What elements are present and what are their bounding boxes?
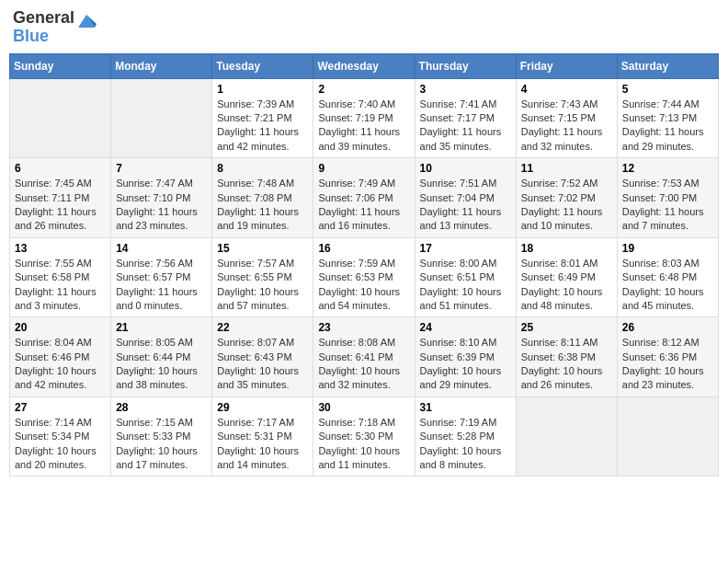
- logo-general: General: [13, 9, 74, 28]
- weekday-header-row: SundayMondayTuesdayWednesdayThursdayFrid…: [10, 53, 719, 78]
- cell-content: Sunrise: 7:40 AMSunset: 7:19 PMDaylight:…: [318, 98, 409, 155]
- day-number: 10: [420, 162, 511, 175]
- cell-content: Sunrise: 7:44 AMSunset: 7:13 PMDaylight:…: [622, 98, 713, 155]
- cell-content: Sunrise: 7:41 AMSunset: 7:17 PMDaylight:…: [420, 98, 511, 155]
- logo-icon: [76, 11, 97, 31]
- cell-content: Sunrise: 7:14 AMSunset: 5:34 PMDaylight:…: [15, 416, 106, 473]
- cell-content: Sunrise: 7:48 AMSunset: 7:08 PMDaylight:…: [217, 177, 308, 234]
- calendar-cell: 27Sunrise: 7:14 AMSunset: 5:34 PMDayligh…: [10, 396, 111, 477]
- day-number: 12: [622, 162, 713, 175]
- calendar-cell: 23Sunrise: 8:08 AMSunset: 6:41 PMDayligh…: [313, 317, 415, 397]
- day-number: 23: [318, 321, 409, 334]
- day-number: 27: [15, 401, 106, 414]
- calendar-cell: 8Sunrise: 7:48 AMSunset: 7:08 PMDaylight…: [212, 158, 313, 238]
- cell-content: Sunrise: 8:10 AMSunset: 6:39 PMDaylight:…: [420, 336, 511, 393]
- weekday-header-sunday: Sunday: [10, 53, 111, 78]
- calendar-week-row: 6Sunrise: 7:45 AMSunset: 7:11 PMDaylight…: [10, 158, 719, 238]
- calendar-cell: 26Sunrise: 8:12 AMSunset: 6:36 PMDayligh…: [617, 317, 718, 397]
- calendar-cell: [111, 78, 212, 158]
- cell-content: Sunrise: 8:11 AMSunset: 6:38 PMDaylight:…: [521, 336, 612, 393]
- calendar-cell: 29Sunrise: 7:17 AMSunset: 5:31 PMDayligh…: [212, 396, 313, 477]
- calendar-week-row: 13Sunrise: 7:55 AMSunset: 6:58 PMDayligh…: [10, 237, 719, 317]
- logo-blue: Blue: [13, 28, 74, 46]
- calendar-cell: 16Sunrise: 7:59 AMSunset: 6:53 PMDayligh…: [313, 237, 415, 317]
- logo: General Blue: [13, 9, 97, 46]
- cell-content: Sunrise: 7:43 AMSunset: 7:15 PMDaylight:…: [521, 98, 612, 155]
- day-number: 15: [217, 242, 308, 255]
- cell-content: Sunrise: 8:05 AMSunset: 6:44 PMDaylight:…: [116, 336, 207, 393]
- calendar-cell: 31Sunrise: 7:19 AMSunset: 5:28 PMDayligh…: [415, 396, 516, 477]
- day-number: 4: [521, 83, 612, 96]
- day-number: 16: [318, 242, 409, 255]
- calendar-cell: 30Sunrise: 7:18 AMSunset: 5:30 PMDayligh…: [313, 396, 415, 477]
- calendar-cell: 6Sunrise: 7:45 AMSunset: 7:11 PMDaylight…: [10, 158, 111, 238]
- day-number: 8: [217, 162, 308, 175]
- calendar-cell: 4Sunrise: 7:43 AMSunset: 7:15 PMDaylight…: [516, 78, 617, 158]
- cell-content: Sunrise: 7:18 AMSunset: 5:30 PMDaylight:…: [318, 416, 409, 473]
- calendar-week-row: 27Sunrise: 7:14 AMSunset: 5:34 PMDayligh…: [10, 396, 719, 477]
- day-number: 3: [420, 83, 511, 96]
- weekday-header-saturday: Saturday: [617, 53, 718, 78]
- cell-content: Sunrise: 8:00 AMSunset: 6:51 PMDaylight:…: [420, 257, 511, 314]
- calendar-cell: 19Sunrise: 8:03 AMSunset: 6:48 PMDayligh…: [617, 237, 718, 317]
- day-number: 26: [622, 321, 713, 334]
- calendar-cell: 21Sunrise: 8:05 AMSunset: 6:44 PMDayligh…: [111, 317, 212, 397]
- cell-content: Sunrise: 8:04 AMSunset: 6:46 PMDaylight:…: [15, 336, 106, 393]
- cell-content: Sunrise: 8:08 AMSunset: 6:41 PMDaylight:…: [318, 336, 409, 393]
- weekday-header-tuesday: Tuesday: [212, 53, 313, 78]
- cell-content: Sunrise: 7:45 AMSunset: 7:11 PMDaylight:…: [15, 177, 106, 234]
- day-number: 20: [15, 321, 106, 334]
- cell-content: Sunrise: 8:12 AMSunset: 6:36 PMDaylight:…: [622, 336, 713, 393]
- cell-content: Sunrise: 7:49 AMSunset: 7:06 PMDaylight:…: [318, 177, 409, 234]
- calendar-cell: 9Sunrise: 7:49 AMSunset: 7:06 PMDaylight…: [313, 158, 415, 238]
- cell-content: Sunrise: 7:47 AMSunset: 7:10 PMDaylight:…: [116, 177, 207, 234]
- calendar-cell: 10Sunrise: 7:51 AMSunset: 7:04 PMDayligh…: [415, 158, 516, 238]
- day-number: 25: [521, 321, 612, 334]
- calendar-cell: [516, 396, 617, 477]
- calendar-cell: 18Sunrise: 8:01 AMSunset: 6:49 PMDayligh…: [516, 237, 617, 317]
- day-number: 6: [15, 162, 106, 175]
- day-number: 21: [116, 321, 207, 334]
- page-header: General Blue: [9, 9, 719, 46]
- day-number: 9: [318, 162, 409, 175]
- calendar-cell: 22Sunrise: 8:07 AMSunset: 6:43 PMDayligh…: [212, 317, 313, 397]
- day-number: 13: [15, 242, 106, 255]
- cell-content: Sunrise: 7:19 AMSunset: 5:28 PMDaylight:…: [420, 416, 511, 473]
- calendar-cell: 14Sunrise: 7:56 AMSunset: 6:57 PMDayligh…: [111, 237, 212, 317]
- calendar-cell: 28Sunrise: 7:15 AMSunset: 5:33 PMDayligh…: [111, 396, 212, 477]
- calendar-cell: [617, 396, 718, 477]
- day-number: 29: [217, 401, 308, 414]
- calendar-cell: 20Sunrise: 8:04 AMSunset: 6:46 PMDayligh…: [10, 317, 111, 397]
- day-number: 7: [116, 162, 207, 175]
- weekday-header-thursday: Thursday: [415, 53, 516, 78]
- cell-content: Sunrise: 8:07 AMSunset: 6:43 PMDaylight:…: [217, 336, 308, 393]
- day-number: 2: [318, 83, 409, 96]
- cell-content: Sunrise: 7:15 AMSunset: 5:33 PMDaylight:…: [116, 416, 207, 473]
- day-number: 30: [318, 401, 409, 414]
- logo-text: General Blue: [13, 9, 74, 46]
- cell-content: Sunrise: 7:57 AMSunset: 6:55 PMDaylight:…: [217, 257, 308, 314]
- calendar-table: SundayMondayTuesdayWednesdayThursdayFrid…: [9, 53, 719, 477]
- day-number: 24: [420, 321, 511, 334]
- calendar-cell: [10, 78, 111, 158]
- cell-content: Sunrise: 7:17 AMSunset: 5:31 PMDaylight:…: [217, 416, 308, 473]
- cell-content: Sunrise: 7:59 AMSunset: 6:53 PMDaylight:…: [318, 257, 409, 314]
- day-number: 5: [622, 83, 713, 96]
- weekday-header-monday: Monday: [111, 53, 212, 78]
- day-number: 11: [521, 162, 612, 175]
- cell-content: Sunrise: 7:52 AMSunset: 7:02 PMDaylight:…: [521, 177, 612, 234]
- day-number: 28: [116, 401, 207, 414]
- day-number: 22: [217, 321, 308, 334]
- cell-content: Sunrise: 8:03 AMSunset: 6:48 PMDaylight:…: [622, 257, 713, 314]
- calendar-cell: 17Sunrise: 8:00 AMSunset: 6:51 PMDayligh…: [415, 237, 516, 317]
- cell-content: Sunrise: 7:53 AMSunset: 7:00 PMDaylight:…: [622, 177, 713, 234]
- calendar-cell: 2Sunrise: 7:40 AMSunset: 7:19 PMDaylight…: [313, 78, 415, 158]
- calendar-cell: 1Sunrise: 7:39 AMSunset: 7:21 PMDaylight…: [212, 78, 313, 158]
- weekday-header-wednesday: Wednesday: [313, 53, 415, 78]
- calendar-cell: 11Sunrise: 7:52 AMSunset: 7:02 PMDayligh…: [516, 158, 617, 238]
- calendar-cell: 5Sunrise: 7:44 AMSunset: 7:13 PMDaylight…: [617, 78, 718, 158]
- day-number: 1: [217, 83, 308, 96]
- day-number: 19: [622, 242, 713, 255]
- day-number: 14: [116, 242, 207, 255]
- cell-content: Sunrise: 7:51 AMSunset: 7:04 PMDaylight:…: [420, 177, 511, 234]
